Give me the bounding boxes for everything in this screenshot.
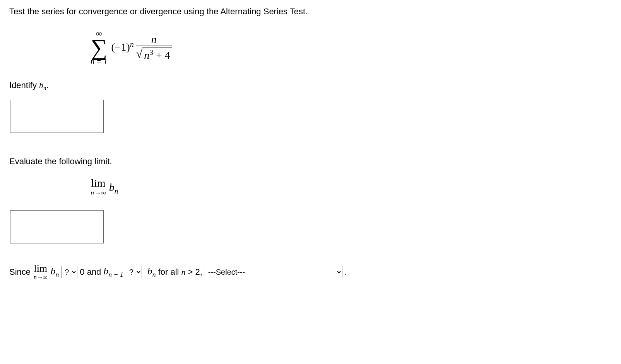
fraction-denominator: √ n3 + 4 xyxy=(136,46,172,61)
for-all-text: for all xyxy=(158,266,179,278)
compare-bn-dropdown[interactable]: ? xyxy=(126,266,142,278)
square-root: √ n3 + 4 xyxy=(136,48,172,61)
compare-zero-dropdown[interactable]: ? xyxy=(61,266,77,278)
bn-var-1: bn xyxy=(50,264,59,280)
conclusion-dropdown[interactable]: ---Select--- xyxy=(205,266,342,278)
limit-expression: lim n→∞ bn xyxy=(91,178,612,196)
question-prompt: Test the series for convergence or diver… xyxy=(9,5,612,18)
period-text: . xyxy=(345,266,347,278)
limit-text: lim xyxy=(91,178,105,189)
limit-value-input[interactable] xyxy=(10,210,104,243)
sigma-lower-bound: n = 1 xyxy=(91,58,108,65)
fraction-numerator: n xyxy=(148,34,160,46)
fraction: n √ n3 + 4 xyxy=(136,34,172,61)
sigma-notation: ∞ ∑ n = 1 xyxy=(91,29,108,65)
gt-2-text: > 2, xyxy=(188,266,202,278)
neg-one-power: (−1)n xyxy=(111,39,134,55)
identify-label: Identify bn. xyxy=(9,79,612,93)
identify-bn-input[interactable] xyxy=(10,100,104,133)
zero-and-text: 0 and xyxy=(80,266,101,278)
bn-var-2: bn xyxy=(147,264,156,280)
conclusion-line: Since lim n→∞ bn ? 0 and bn + 1 ? bn for… xyxy=(9,264,612,281)
bn-plus-1-var: bn + 1 xyxy=(103,264,123,280)
n-var: n xyxy=(181,266,185,278)
sigma-symbol: ∑ xyxy=(91,38,107,58)
since-text: Since xyxy=(9,266,31,278)
inline-limit: lim n→∞ xyxy=(34,264,47,281)
limit-subscript: n→∞ xyxy=(91,189,106,196)
evaluate-label: Evaluate the following limit. xyxy=(9,155,612,168)
series-expression: ∞ ∑ n = 1 (−1)n n √ n3 + 4 xyxy=(91,29,612,65)
